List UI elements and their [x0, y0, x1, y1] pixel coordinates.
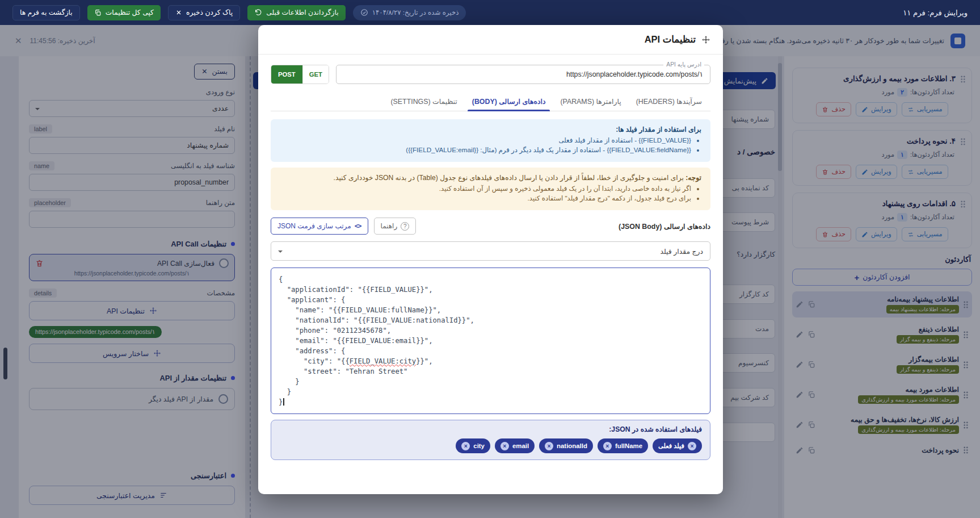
button-label: بازگشت به فرم ها — [20, 9, 73, 16]
warning-rest: برای امنیت و جلوگیری از خطا، لطفاً از قر… — [334, 174, 686, 182]
move-icon[interactable] — [701, 35, 710, 44]
post-method-button[interactable]: POST — [271, 65, 302, 83]
used-fields-label: فیلدهای استفاده شده در JSON: — [279, 425, 702, 433]
json-line: "phone": "02112345678", — [279, 325, 703, 336]
tab-params[interactable]: پارامترها (PARAMS) — [553, 92, 628, 111]
modal-title: تنظیمات API — [645, 34, 696, 45]
copy-all-settings-button[interactable]: کپی کل تنظیمات — [87, 5, 161, 20]
json-body-editor[interactable]: { "applicationId": "{{FIELD_VALUE}}", "a… — [271, 268, 710, 414]
used-fields-panel: فیلدهای استفاده شده در JSON: ×فیلد فعلی×… — [271, 420, 710, 460]
json-line: "address": { — [279, 346, 703, 356]
warning-box-title: توجه: برای امنیت و جلوگیری از خطا، لطفاً… — [280, 174, 701, 182]
insert-field-placeholder: درج مقدار فیلد — [661, 247, 704, 256]
api-settings-modal: تنظیمات API ادرس پایه API POST GET سرآین… — [258, 25, 723, 494]
undo-icon — [254, 9, 262, 16]
modal-header: تنظیمات API — [258, 25, 723, 55]
format-button-label: مرتب سازی فرمت JSON — [277, 222, 351, 230]
warning-bullet: برای درج فیلد جدول، از دکمه "درج مقدار ف… — [280, 194, 691, 202]
saved-date-label: ذخیره شده در تاریخ: ۱۴۰۴/۸/۲۷ — [372, 9, 459, 16]
button-label: بازگرداندن اطلاعات قبلی — [266, 9, 339, 16]
help-button-label: راهنما — [381, 222, 398, 230]
chip-label: email — [512, 442, 529, 449]
editor-toolbar: داده‌های ارسالی (JSON Body) ? راهنما <> … — [271, 218, 710, 235]
page-title: ویرایش فرم: فرم ۱۱ — [903, 9, 968, 17]
insert-field-select[interactable]: درج مقدار فیلد — [271, 241, 710, 261]
used-field-chip[interactable]: ×city — [456, 438, 490, 453]
remove-chip-icon[interactable]: × — [500, 442, 509, 450]
tab-headers[interactable]: سرآیندها (HEADERS) — [629, 92, 709, 111]
tab-settings[interactable]: تنظیمات (SETTINGS) — [383, 92, 464, 111]
help-button[interactable]: ? راهنما — [374, 218, 417, 235]
base-url-label: ادرس پایه API — [663, 61, 704, 68]
info-box-bullets: {{FIELD_VALUE}} - استفاده از مقدار فیلد … — [280, 136, 701, 154]
json-line: } — [279, 377, 703, 387]
saved-date-pill: ذخیره شده در تاریخ: ۱۴۰۴/۸/۲۷ — [353, 5, 466, 20]
json-line: "applicant": { — [279, 295, 703, 305]
button-label: کپی کل تنظیمات — [106, 9, 154, 16]
json-line: "nationalId": "{{FIELD_VALUE:nationalId}… — [279, 315, 703, 325]
field-usage-info-box: برای استفاده از مقدار فیلد ها: {{FIELD_V… — [271, 119, 710, 162]
used-field-chip[interactable]: ×email — [495, 438, 535, 453]
remove-chip-icon[interactable]: × — [603, 442, 612, 450]
url-row: ادرس پایه API POST GET — [271, 65, 710, 84]
button-label: پاک کردن ذخیره — [186, 9, 233, 16]
json-line: } — [279, 397, 703, 407]
used-field-chip[interactable]: ×fullName — [598, 438, 648, 453]
tab-body[interactable]: داده‌های ارسالی (BODY) — [465, 92, 553, 111]
check-circle-icon — [360, 9, 368, 16]
format-json-button[interactable]: <> مرتب سازی فرمت JSON — [271, 218, 368, 235]
remove-chip-icon[interactable]: × — [461, 442, 470, 450]
info-bullet: {{FIELD_VALUE}} - استفاده از مقدار فیلد … — [280, 136, 691, 144]
json-line: "name": "{{FIELD_VALUE:fullName}}", — [279, 305, 703, 315]
app-root: بازگشت به فرم هاکپی کل تنظیماتپاک کردن ذ… — [0, 0, 980, 518]
used-fields-chips: ×فیلد فعلی×fullName×nationalId×email×cit… — [279, 438, 702, 453]
text-cursor — [283, 398, 284, 406]
request-tabs: سرآیندها (HEADERS)پارامترها (PARAMS)داده… — [271, 92, 710, 111]
json-body-label: داده‌های ارسالی (JSON Body) — [619, 222, 710, 231]
used-field-chip[interactable]: ×فیلد فعلی — [653, 438, 702, 453]
table-warning-box: توجه: برای امنیت و جلوگیری از خطا، لطفاً… — [271, 168, 710, 210]
restore-previous-button[interactable]: بازگرداندن اطلاعات قبلی — [247, 5, 346, 20]
json-line: } — [279, 387, 703, 397]
topbar-actions: بازگشت به فرم هاکپی کل تنظیماتپاک کردن ذ… — [12, 5, 346, 20]
remove-chip-icon[interactable]: × — [688, 442, 696, 450]
info-box-title: برای استفاده از مقدار فیلد ها: — [280, 126, 701, 133]
base-url-wrap: ادرس پایه API — [336, 65, 710, 84]
warning-bold: توجه: — [685, 174, 701, 182]
chip-label: fullName — [615, 442, 642, 449]
help-icon: ? — [401, 222, 409, 231]
warning-box-bullets: اگر نیاز به داده خاصی دارید، ابتدا آن را… — [280, 185, 701, 202]
json-line: "city": "{{FIELD_VALUE:city}}", — [279, 356, 703, 366]
chip-label: city — [473, 442, 485, 449]
get-method-button[interactable]: GET — [302, 65, 329, 83]
used-field-chip[interactable]: ×nationalId — [539, 438, 593, 453]
json-line: "applicationId": "{{FIELD_VALUE}}", — [279, 285, 703, 295]
chevron-down-icon — [278, 250, 283, 255]
chip-label: فیلد فعلی — [658, 442, 684, 450]
method-toggle: POST GET — [271, 65, 329, 84]
code-icon: <> — [355, 222, 361, 230]
copy-icon — [94, 9, 102, 16]
info-bullet: {{FIELD_VALUE:fieldName}} - استفاده از م… — [280, 146, 691, 154]
json-line: { — [279, 274, 703, 285]
close-icon — [175, 9, 182, 16]
topbar: بازگشت به فرم هاکپی کل تنظیماتپاک کردن ذ… — [0, 0, 980, 25]
json-line: "email": "{{FIELD_VALUE:email}}", — [279, 336, 703, 346]
back-to-forms-button[interactable]: بازگشت به فرم ها — [12, 5, 80, 20]
json-line: "street": "Tehran Street" — [279, 366, 703, 377]
modal-body: ادرس پایه API POST GET سرآیندها (HEADERS… — [258, 55, 723, 494]
clear-saved-button[interactable]: پاک کردن ذخیره — [168, 5, 240, 20]
chip-label: nationalId — [557, 442, 587, 449]
base-url-input[interactable] — [336, 65, 710, 84]
warning-bullet: اگر نیاز به داده خاصی دارید، ابتدا آن را… — [280, 185, 691, 193]
remove-chip-icon[interactable]: × — [545, 442, 553, 450]
misspelled-token: FIELD_VALUE:city — [350, 357, 416, 365]
toolbar-buttons: ? راهنما <> مرتب سازی فرمت JSON — [271, 218, 416, 235]
